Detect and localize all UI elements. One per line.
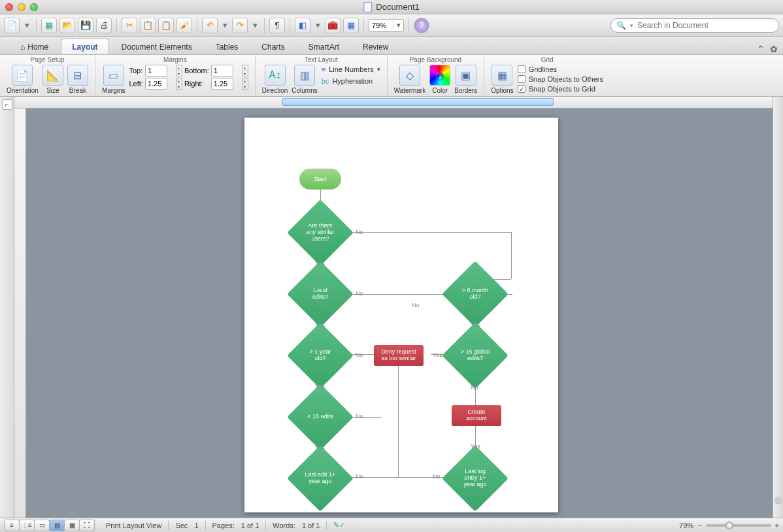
flowchart-create-account: Create account xyxy=(452,405,501,426)
tab-document-elements[interactable]: Document Elements xyxy=(110,39,203,54)
status-view-name: Print Layout View xyxy=(106,522,161,529)
tab-layout[interactable]: Layout xyxy=(61,39,108,54)
grid-options-button[interactable]: ▦Options xyxy=(491,65,513,94)
view-publishing[interactable]: ▭ xyxy=(34,520,50,531)
snap-others-checkbox[interactable]: Snap Objects to Others xyxy=(518,75,603,83)
standard-toolbar: 📄 ▾ ▦ 📂 💾 🖨 ✂ 📋 📋 🖌 ↶ ▾ ↷ ▾ ¶ ◧ ▾ 🧰 ▦ ▾ … xyxy=(0,14,783,37)
flowchart-decision-local-edits: Local edits? xyxy=(297,271,344,318)
copy-button[interactable]: 📋 xyxy=(140,18,156,33)
break-button[interactable]: ⊟Break xyxy=(67,65,88,94)
collapse-ribbon-icon[interactable]: ⌃ xyxy=(757,44,765,54)
margin-bottom-input[interactable] xyxy=(211,65,233,76)
zoom-input[interactable] xyxy=(369,22,393,29)
save-button[interactable]: 💾 xyxy=(78,18,93,33)
view-print-layout[interactable]: ▤ xyxy=(49,520,65,531)
close-window[interactable] xyxy=(5,3,13,11)
margin-left-spinner[interactable]: ▴▾ xyxy=(176,78,182,90)
margin-bottom-spinner[interactable]: ▴▾ xyxy=(242,65,248,76)
search-icon: 🔍 xyxy=(616,21,626,30)
tab-smartart[interactable]: SmartArt xyxy=(297,39,350,54)
gallery-button[interactable]: ▦ xyxy=(343,18,359,33)
zoom-out-button[interactable]: − xyxy=(697,522,701,529)
group-grid: Grid xyxy=(491,56,603,63)
orientation-button[interactable]: 📄Orientation xyxy=(7,65,39,94)
tab-charts[interactable]: Charts xyxy=(250,39,295,54)
size-button[interactable]: 📐Size xyxy=(42,65,63,94)
flowchart-deny-request: Deny request as too similar xyxy=(374,345,424,366)
flowchart-decision-1year: > 1 year old? xyxy=(297,332,344,379)
margin-left-input[interactable] xyxy=(145,78,167,90)
help-button[interactable]: ? xyxy=(414,18,429,33)
group-margins: Margins xyxy=(102,56,248,63)
direction-button[interactable]: A↕Direction xyxy=(262,65,288,94)
templates-button[interactable]: ▦ xyxy=(41,18,57,33)
borders-button[interactable]: ▣Borders xyxy=(454,65,477,94)
flowchart-decision-similar-users: Are there any similar users? xyxy=(297,209,344,256)
format-painter-button[interactable]: 🖌 xyxy=(176,18,192,33)
page-color-button[interactable]: ◔Color xyxy=(429,65,450,94)
flowchart-decision-last-log: Last log entry 1+ year ago xyxy=(452,455,499,502)
snap-grid-checkbox[interactable]: ✓Snap Objects to Grid xyxy=(518,85,603,93)
vertical-scrollbar[interactable] xyxy=(773,97,783,518)
zoom-window[interactable] xyxy=(30,3,38,11)
status-bar: ≡ ⋮≡ ▭ ▤ ▦ ⛶ Print Layout View Sec 1 Pag… xyxy=(0,518,783,532)
zoom-dropdown[interactable]: ▾ xyxy=(393,21,403,29)
vertical-ruler[interactable] xyxy=(14,108,26,518)
toolbox-button[interactable]: 🧰 xyxy=(325,18,341,33)
zoom-in-button[interactable]: + xyxy=(775,522,779,529)
gridlines-checkbox[interactable]: Gridlines xyxy=(518,65,603,73)
watermark-button[interactable]: ◇Watermark xyxy=(394,65,426,94)
undo-dropdown[interactable]: ▾ xyxy=(220,18,229,33)
zoom-control[interactable]: ▾ xyxy=(369,19,404,32)
new-doc-button[interactable]: 📄 xyxy=(4,18,20,33)
tab-stop-selector[interactable]: ⌐ xyxy=(2,99,12,110)
sidebar-button[interactable]: ◧ xyxy=(295,18,310,33)
line-numbers-button[interactable]: ≡Line Numbers▾ xyxy=(322,65,380,73)
undo-button[interactable]: ↶ xyxy=(202,18,218,33)
group-text-layout: Text Layout xyxy=(262,56,380,63)
view-notebook[interactable]: ▦ xyxy=(64,520,80,531)
horizontal-ruler[interactable] xyxy=(14,97,783,108)
spellcheck-icon[interactable]: ✎✓ xyxy=(333,521,345,529)
flowchart-decision-15edits: < 15 edits xyxy=(297,393,344,441)
redo-button[interactable]: ↷ xyxy=(232,18,248,33)
sidebar-dropdown[interactable]: ▾ xyxy=(313,18,322,33)
margin-right-input[interactable] xyxy=(211,78,233,90)
open-button[interactable]: 📂 xyxy=(59,18,75,33)
search-dropdown-icon[interactable]: ▾ xyxy=(630,22,633,29)
show-formatting-button[interactable]: ¶ xyxy=(269,18,285,33)
hyphenation-button[interactable]: bcHyphenation xyxy=(322,77,380,85)
document-page[interactable]: Start Are there any similar users? Local… xyxy=(244,118,558,512)
search-input[interactable] xyxy=(637,21,773,30)
paste-button[interactable]: 📋 xyxy=(158,18,174,33)
view-buttons: ≡ ⋮≡ ▭ ▤ ▦ ⛶ xyxy=(4,520,94,531)
tab-tables[interactable]: Tables xyxy=(205,39,250,54)
print-button[interactable]: 🖨 xyxy=(96,18,112,33)
search-field[interactable]: 🔍 ▾ xyxy=(610,18,779,33)
zoom-slider[interactable] xyxy=(706,524,771,527)
traffic-lights xyxy=(5,3,38,11)
tab-home[interactable]: Home xyxy=(9,39,59,54)
group-page-background: Page Background xyxy=(394,56,478,63)
cut-button[interactable]: ✂ xyxy=(122,18,137,33)
document-icon xyxy=(363,2,372,12)
vertical-toolbox: ⌐ xyxy=(0,97,14,518)
view-fullscreen[interactable]: ⛶ xyxy=(79,520,95,531)
margins-button[interactable]: ▭Margins xyxy=(102,65,125,94)
margin-top-input[interactable] xyxy=(145,65,167,76)
ribbon-settings-icon[interactable]: ✿ xyxy=(770,44,778,54)
margin-right-spinner[interactable]: ▴▾ xyxy=(242,78,248,90)
columns-button[interactable]: ▥Columns xyxy=(292,65,317,94)
new-doc-dropdown[interactable]: ▾ xyxy=(22,18,31,33)
margin-top-spinner[interactable]: ▴▾ xyxy=(176,65,182,76)
titlebar: Document1 xyxy=(0,0,783,14)
document-viewport[interactable]: Start Are there any similar users? Local… xyxy=(14,97,783,518)
view-draft[interactable]: ≡ xyxy=(4,520,20,531)
flowchart-decision-last-edit: Last edit 1+ year ago xyxy=(297,455,344,502)
flowchart-decision-6month: > 6 month old? xyxy=(452,271,499,318)
redo-dropdown[interactable]: ▾ xyxy=(250,18,259,33)
flowchart-start: Start xyxy=(299,169,341,190)
view-outline[interactable]: ⋮≡ xyxy=(19,520,35,531)
tab-review[interactable]: Review xyxy=(352,39,399,54)
minimize-window[interactable] xyxy=(18,3,25,11)
